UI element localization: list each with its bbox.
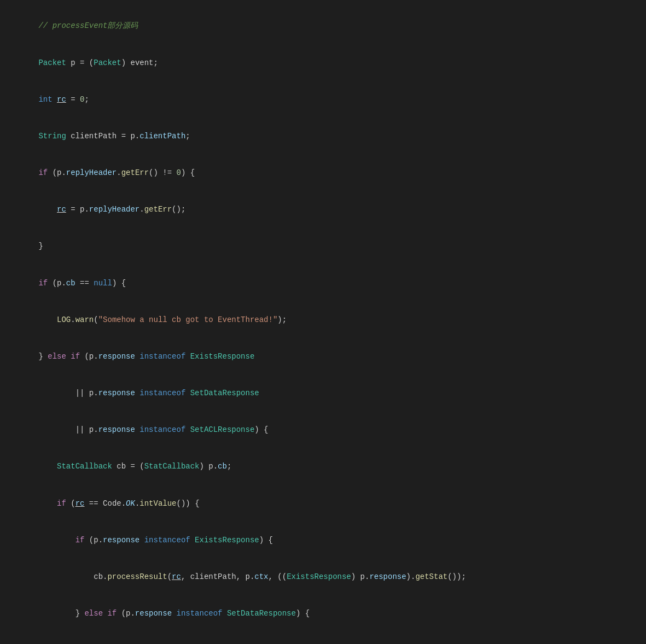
code-line: StatCallback cb = (StatCallback) p.cb;: [0, 448, 646, 485]
code-line: cb.processResult(rc, clientPath, p.ctx, …: [0, 632, 646, 644]
code-line: LOG.warn("Somehow a null cb got to Event…: [0, 301, 646, 338]
code-line: // processEvent部分源码: [0, 8, 646, 44]
comment-text: // processEvent部分源码: [38, 21, 138, 30]
code-line: } else if (p.response instanceof SetData…: [0, 595, 646, 632]
code-line: || p.response instanceof SetACLResponse)…: [0, 412, 646, 448]
code-line: cb.processResult(rc, clientPath, p.ctx, …: [0, 559, 646, 595]
code-line: if (p.replyHeader.getErr() != 0) {: [0, 155, 646, 191]
code-line: if (p.response instanceof ExistsResponse…: [0, 522, 646, 558]
code-line: if (rc == Code.OK.intValue()) {: [0, 485, 646, 522]
code-line: String clientPath = p.clientPath;: [0, 118, 646, 155]
code-line: int rc = 0;: [0, 81, 646, 118]
code-line: rc = p.replyHeader.getErr();: [0, 191, 646, 228]
code-line: }: [0, 228, 646, 265]
code-line: if (p.cb == null) {: [0, 265, 646, 301]
code-editor: // processEvent部分源码 Packet p = (Packet) …: [0, 5, 646, 644]
code-line: } else if (p.response instanceof ExistsR…: [0, 338, 646, 375]
code-line: Packet p = (Packet) event;: [0, 44, 646, 81]
code-line: || p.response instanceof SetDataResponse: [0, 375, 646, 412]
